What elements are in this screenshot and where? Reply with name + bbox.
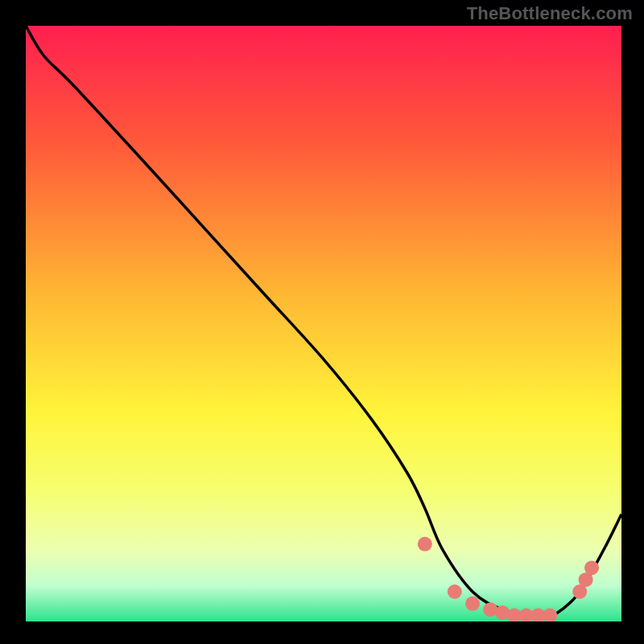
highlight-dot <box>584 560 599 575</box>
attribution-watermark: TheBottleneck.com <box>467 3 633 24</box>
highlight-dot <box>448 584 462 599</box>
highlight-dot <box>543 609 557 621</box>
marker-dots-layer <box>26 26 621 621</box>
chart-container: TheBottleneck.com <box>0 0 644 644</box>
highlight-dots <box>418 537 599 621</box>
highlight-dot <box>465 597 480 611</box>
highlight-dot <box>418 537 432 551</box>
plot-area <box>26 26 621 621</box>
